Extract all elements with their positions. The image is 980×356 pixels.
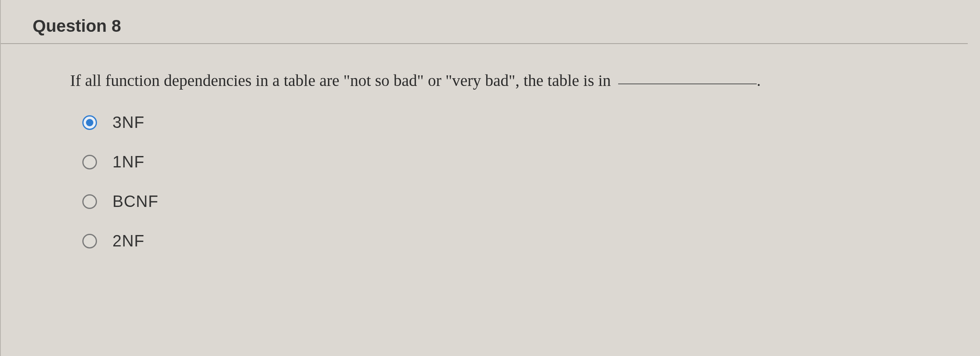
option-label-bcnf: BCNF xyxy=(112,192,159,211)
option-label-1nf: 1NF xyxy=(112,153,145,171)
question-container: Question 8 If all function dependencies … xyxy=(0,0,980,356)
question-body: If all function dependencies in a table … xyxy=(1,44,980,250)
radio-1nf[interactable] xyxy=(82,155,97,169)
option-row-1nf[interactable]: 1NF xyxy=(82,153,956,171)
radio-3nf[interactable] xyxy=(82,115,97,130)
question-text: If all function dependencies in a table … xyxy=(70,68,956,93)
fill-in-blank xyxy=(618,84,757,84)
question-header: Question 8 xyxy=(1,16,968,44)
radio-2nf[interactable] xyxy=(82,234,97,248)
options-group: 3NF 1NF BCNF 2NF xyxy=(70,113,956,250)
option-row-3nf[interactable]: 3NF xyxy=(82,113,956,132)
question-prompt: If all function dependencies in a table … xyxy=(70,71,611,90)
option-row-bcnf[interactable]: BCNF xyxy=(82,192,956,211)
option-row-2nf[interactable]: 2NF xyxy=(82,232,956,250)
radio-bcnf[interactable] xyxy=(82,194,97,209)
option-label-3nf: 3NF xyxy=(112,113,145,132)
option-label-2nf: 2NF xyxy=(112,232,145,250)
